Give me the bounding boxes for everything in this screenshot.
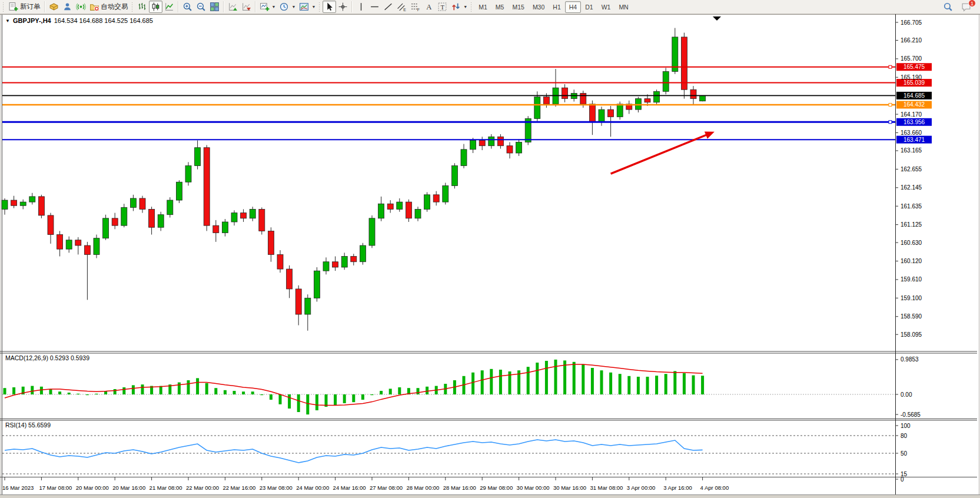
candle-down [562,88,568,98]
svg-text:28 Mar 00:00: 28 Mar 00:00 [406,484,439,491]
candlestick-chart-icon [151,2,161,12]
svg-text:158.590: 158.590 [901,313,922,320]
template-button[interactable]: ▼ [297,1,317,13]
equidistant-channel-button[interactable]: E [395,1,408,13]
candle-up [314,271,320,298]
horizontal-line-button[interactable] [368,1,381,13]
candle-up [2,200,8,209]
macd-bar [297,394,300,412]
svg-text:3 Apr 00:00: 3 Apr 00:00 [627,484,656,491]
cursor-button[interactable] [323,1,336,13]
candle-down [406,202,411,218]
new-order-button[interactable]: 新订单 [6,1,42,13]
macd-bar [334,394,337,405]
macd-bar [490,369,493,394]
bar-chart-button[interactable] [135,1,149,13]
market-watch-button[interactable] [47,1,61,13]
fibonacci-button[interactable]: F [408,1,422,13]
indicator-list-button[interactable] [240,1,253,13]
macd-bar [499,370,502,394]
arrows-button[interactable]: ▼ [449,1,469,13]
candle-up [654,91,660,102]
svg-text:23 Mar 08:00: 23 Mar 08:00 [260,484,293,491]
toolbar: 新订单 自动交易 ▼ ▼ ▼ E F A T ▼ M1 M5 M15 M30 H… [0,0,980,14]
svg-text:166.705: 166.705 [901,19,922,26]
search-button[interactable] [941,1,955,13]
equidistant-channel-icon: E [397,2,407,12]
timeframe-d1[interactable]: D1 [581,1,597,13]
timeframe-w1[interactable]: W1 [597,1,615,13]
period-button[interactable]: ▼ [277,1,297,13]
macd-bar [655,376,658,394]
candle-down [139,198,145,209]
profile-button[interactable] [61,1,74,13]
candle-up [130,198,136,207]
candle-down [589,104,595,122]
timeframe-mn[interactable]: MN [614,1,632,13]
macd-bar [627,376,630,394]
collapse-arrow-icon[interactable]: ▼ [5,18,10,24]
chat-button[interactable]: 1 [959,1,973,13]
toolbar-grip[interactable] [2,2,4,12]
chart-canvas[interactable]: 165.475165.039164.685164.432163.956163.4… [0,14,980,498]
timeframe-m1[interactable]: M1 [474,1,491,13]
macd-bar [68,393,71,394]
candle-down [112,218,118,225]
zoom-out-button[interactable] [194,1,208,13]
crosshair-button[interactable] [336,1,350,13]
add-indicator-button[interactable]: ▼ [258,1,278,13]
macd-bar [306,394,309,414]
line-chart-icon [164,2,174,12]
svg-text:24 Mar 00:00: 24 Mar 00:00 [296,484,329,491]
candle-up [185,166,191,182]
timeframe-h1[interactable]: H1 [549,1,564,13]
candle-down [580,93,586,104]
line-chart-button[interactable] [162,1,176,13]
candle-up [443,185,449,202]
macd-bar [582,364,584,394]
signals-button[interactable] [74,1,88,13]
toolbar-separator [255,1,256,12]
notification-badge[interactable]: 1 [968,0,976,7]
tile-windows-button[interactable] [208,1,221,13]
candle-down [387,204,393,209]
timeframe-m30[interactable]: M30 [529,1,549,13]
svg-text:166.210: 166.210 [901,37,922,44]
timeframe-m5[interactable]: M5 [491,1,509,13]
auto-trading-button[interactable]: 自动交易 [88,1,130,13]
trendline-button[interactable] [381,1,395,13]
vertical-line-button[interactable] [354,1,368,13]
svg-text:20 Mar 00:00: 20 Mar 00:00 [76,484,109,491]
toolbar-grip[interactable] [470,2,472,12]
profile-icon [62,2,72,12]
macd-bar [187,380,190,394]
candle-up [231,213,237,222]
macd-bar [178,383,181,394]
candle-down [259,209,265,231]
candle-up [470,140,476,149]
timeframe-m15[interactable]: M15 [508,1,528,13]
candle-down [295,289,301,314]
svg-text:100: 100 [901,423,911,429]
svg-text:164.432: 164.432 [903,101,925,108]
macd-bar [160,386,162,394]
line-anchor-marker [889,103,892,106]
toolbar-grip[interactable] [131,2,133,12]
candle-up [323,262,329,271]
trendline-icon [383,2,393,12]
zoom-in-button[interactable] [181,1,194,13]
toolbar-grip[interactable] [318,2,320,12]
indicator-window-button[interactable] [226,1,240,13]
arrows-icon [451,2,461,12]
horizontal-line-icon [370,2,380,12]
candle-up [20,202,26,205]
macd-bar [343,394,346,403]
text-label-button[interactable]: T [436,1,449,13]
timeframe-h4[interactable]: H4 [565,1,581,13]
svg-text:-0.5685: -0.5685 [901,411,921,418]
toolbar-separator [44,1,45,12]
svg-text:160.630: 160.630 [901,240,922,246]
candle-up [176,182,182,200]
candlestick-chart-button[interactable] [149,1,162,13]
text-button[interactable]: A [422,1,436,13]
